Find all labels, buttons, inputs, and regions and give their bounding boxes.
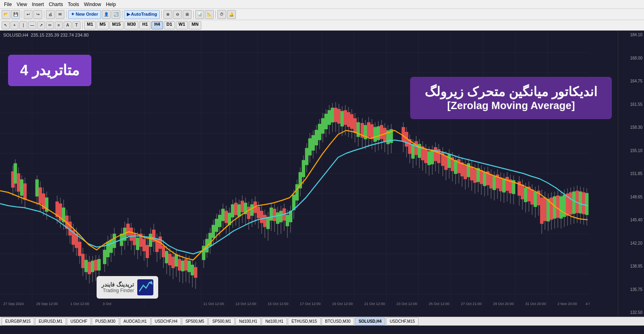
svg-rect-114 (168, 254, 171, 265)
svg-rect-144 (221, 209, 225, 221)
svg-rect-102 (149, 234, 152, 247)
draw-tool[interactable]: ✏ (46, 21, 54, 29)
svg-rect-142 (218, 215, 221, 227)
menu-tools[interactable]: Tools (66, 2, 82, 7)
cursor-tool[interactable]: ↖ (2, 21, 10, 29)
svg-rect-74 (97, 259, 101, 270)
menu-window[interactable]: Window (82, 2, 104, 7)
new-order-btn[interactable]: ✦ New Order (68, 10, 101, 19)
svg-rect-198 (308, 138, 312, 155)
tab-btcusd[interactable]: BTCUSD,M30 (322, 318, 354, 326)
svg-rect-190 (295, 184, 299, 200)
period-m1[interactable]: M1 (84, 21, 96, 29)
undo-btn[interactable]: ↩ (24, 10, 33, 19)
period-m30[interactable]: M30 (124, 21, 138, 29)
objects-btn[interactable]: 📐 (205, 10, 214, 19)
svg-rect-68 (88, 262, 91, 274)
tab-usdchf-h4[interactable]: USDCHF,H4 (151, 318, 181, 326)
menu-view[interactable]: View (14, 2, 29, 7)
svg-rect-82 (113, 234, 116, 248)
account-btn[interactable]: 👤 (102, 10, 111, 19)
menu-file[interactable]: File (2, 2, 14, 7)
svg-rect-244 (383, 128, 386, 142)
svg-rect-216 (337, 109, 341, 124)
svg-rect-312 (502, 179, 506, 192)
label-tool[interactable]: T (72, 21, 80, 29)
svg-rect-218 (341, 111, 344, 126)
svg-text:23 Oct 12:00: 23 Oct 12:00 (396, 302, 417, 306)
svg-text:4 Nov: 4 Nov (586, 302, 590, 306)
svg-rect-250 (402, 127, 405, 142)
fib-tool[interactable]: ≡ (55, 21, 63, 29)
svg-text:3 Oct: 3 Oct (103, 302, 111, 306)
svg-rect-94 (136, 238, 139, 250)
svg-text:29 Sep 12:00: 29 Sep 12:00 (36, 302, 58, 306)
menu-insert[interactable]: Insert (29, 2, 46, 7)
zoom-in-btn[interactable]: ⊕ (163, 10, 172, 19)
text-tool[interactable]: A (64, 21, 72, 29)
svg-rect-202 (315, 130, 318, 145)
svg-rect-100 (146, 245, 149, 258)
chart-btn[interactable]: ⊞ (183, 10, 192, 19)
time-btn[interactable]: ⏱ (217, 10, 226, 19)
crosshair-tool[interactable]: + (10, 21, 19, 29)
autotrading-btn[interactable]: ▶ AutoTrading (124, 10, 160, 19)
svg-rect-154 (237, 204, 241, 216)
svg-rect-176 (273, 209, 276, 221)
tab-sp500-m1[interactable]: SP500,M1 (208, 318, 235, 326)
email-btn[interactable]: ✉ (56, 10, 64, 19)
tab-eurgbp[interactable]: EURGBP,M15 (2, 318, 34, 326)
sep2 (44, 10, 44, 19)
period-w1[interactable]: W1 (176, 21, 188, 29)
trendline-tool[interactable]: ↗ (37, 21, 45, 29)
tab-ethusd[interactable]: ETHUSD,M15 (288, 318, 320, 326)
tab-pusd[interactable]: PUSD,M30 (92, 318, 119, 326)
menu-help[interactable]: Help (103, 2, 118, 7)
svg-text:19 Oct 12:00: 19 Oct 12:00 (332, 302, 353, 306)
tab-eurusd[interactable]: EURUSD,M1 (35, 318, 66, 326)
period-h1[interactable]: H1 (139, 21, 151, 29)
logo-text-fa: تریدینگ فایندر (101, 281, 134, 288)
tab-solusd[interactable]: SOLUSD,H4 (355, 318, 385, 326)
zoom-out-btn[interactable]: ⊖ (173, 10, 182, 19)
svg-rect-184 (286, 215, 289, 226)
banner-indicator: اندیکاتور میانگین متحرک زیرولگ [Zerolag … (410, 77, 612, 119)
tab-sp500-m5[interactable]: SP500,M5 (182, 318, 208, 326)
period-m5[interactable]: M5 (97, 21, 108, 29)
svg-text:1 Oct 12:00: 1 Oct 12:00 (70, 302, 89, 306)
svg-rect-346 (559, 196, 563, 219)
svg-rect-284 (457, 159, 460, 173)
indicators-btn[interactable]: 📊 (195, 10, 204, 19)
alert-btn[interactable]: 🔔 (227, 10, 236, 19)
line-tool[interactable]: | (19, 21, 27, 29)
svg-rect-40 (35, 179, 39, 196)
period-d1[interactable]: D1 (164, 21, 175, 29)
save-btn[interactable]: 💾 (11, 10, 20, 19)
redo-btn[interactable]: ↪ (33, 10, 42, 19)
svg-rect-66 (85, 260, 88, 272)
tab-usdchf-m15[interactable]: USDCHF,M15 (386, 318, 419, 326)
refresh-btn[interactable]: 🔄 (111, 10, 120, 19)
tab-nd100-h1[interactable]: Nd100,H1 (235, 318, 261, 326)
svg-rect-330 (534, 192, 537, 207)
sep7 (215, 10, 216, 19)
price-149: 148.65 (618, 195, 644, 199)
period-m15[interactable]: M15 (109, 21, 124, 29)
period-h4[interactable]: H4 (151, 21, 163, 29)
menu-charts[interactable]: Charts (46, 2, 65, 7)
sep5 (161, 10, 162, 19)
svg-rect-110 (162, 246, 165, 257)
print-btn[interactable]: 🖨 (46, 10, 55, 19)
new-chart-btn[interactable]: 📂 (2, 10, 10, 19)
svg-rect-236 (370, 124, 374, 139)
period-mn[interactable]: MN (189, 21, 201, 29)
svg-rect-88 (126, 224, 130, 236)
tab-audcad[interactable]: AUDCAD,H1 (120, 318, 151, 326)
hline-tool[interactable]: — (28, 21, 36, 29)
svg-rect-344 (556, 196, 559, 218)
tab-usdchf[interactable]: USDCHF (67, 318, 91, 326)
svg-rect-208 (324, 114, 328, 129)
tab-nd100-h1-2[interactable]: Nd100,H1 (262, 318, 287, 326)
svg-rect-178 (276, 212, 279, 224)
svg-rect-160 (247, 207, 250, 219)
